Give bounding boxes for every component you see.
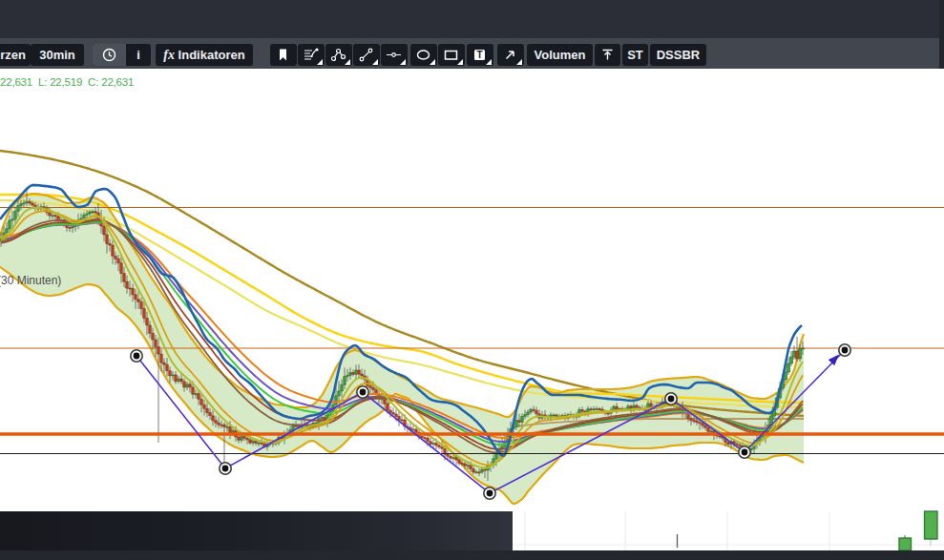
svg-text:T: T — [477, 50, 483, 60]
